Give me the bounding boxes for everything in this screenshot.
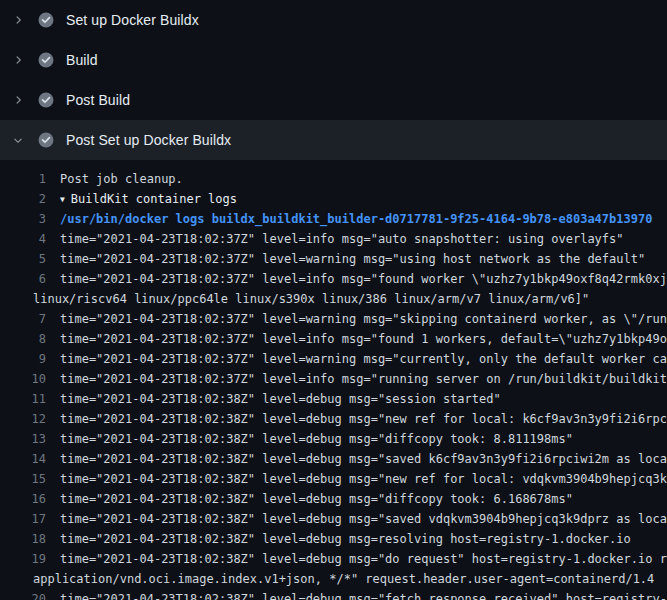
log-line[interactable]: 2 ▼BuildKit container logs	[0, 189, 667, 209]
step-header[interactable]: Post Build	[0, 80, 667, 120]
log-line: 10 time="2021-04-23T18:02:37Z" level=inf…	[0, 369, 667, 389]
log-line: 20 time="2021-04-23T18:02:38Z" level=deb…	[0, 589, 667, 600]
log-line-text: time="2021-04-23T18:02:38Z" level=debug …	[60, 509, 667, 529]
log-line: application/vnd.oci.image.index.v1+json,…	[0, 569, 667, 589]
line-number[interactable]: 11	[0, 389, 46, 409]
line-number[interactable]: 18	[0, 529, 46, 549]
line-number[interactable]: 1	[0, 169, 46, 189]
log-line: 18 time="2021-04-23T18:02:38Z" level=deb…	[0, 529, 667, 549]
log-line: 7 time="2021-04-23T18:02:37Z" level=warn…	[0, 309, 667, 329]
log-line-text: time="2021-04-23T18:02:38Z" level=debug …	[60, 489, 573, 509]
chevron-down-icon	[10, 134, 26, 146]
step-label: Set up Docker Buildx	[66, 12, 199, 28]
line-number[interactable]: 15	[0, 469, 46, 489]
log-line: 5 time="2021-04-23T18:02:37Z" level=warn…	[0, 249, 667, 269]
line-number[interactable]: 3	[0, 209, 46, 229]
step-label: Build	[66, 52, 98, 68]
chevron-right-icon	[10, 94, 26, 106]
log-line: 4 time="2021-04-23T18:02:37Z" level=info…	[0, 229, 667, 249]
log-line: 12 time="2021-04-23T18:02:38Z" level=deb…	[0, 409, 667, 429]
workflow-log-panel: Set up Docker Buildx Build P	[0, 0, 667, 600]
log-line-text: time="2021-04-23T18:02:37Z" level=info m…	[60, 329, 667, 349]
check-circle-icon	[38, 12, 54, 28]
chevron-right-icon	[10, 54, 26, 66]
line-number[interactable]: 13	[0, 429, 46, 449]
group-toggle-icon: ▼	[60, 190, 65, 209]
log-line-text: application/vnd.oci.image.index.v1+json,…	[0, 569, 654, 589]
line-number[interactable]: 9	[0, 349, 46, 369]
log-line-text: time="2021-04-23T18:02:37Z" level=info m…	[60, 369, 667, 389]
line-number[interactable]: 8	[0, 329, 46, 349]
log-line-text: time="2021-04-23T18:02:37Z" level=info m…	[60, 229, 624, 249]
log-line-text: time="2021-04-23T18:02:38Z" level=debug …	[60, 409, 667, 429]
log-line: 19 time="2021-04-23T18:02:38Z" level=deb…	[0, 549, 667, 569]
line-number[interactable]: 4	[0, 229, 46, 249]
check-circle-icon	[38, 132, 54, 148]
log-line-text: time="2021-04-23T18:02:38Z" level=debug …	[60, 429, 573, 449]
log-line: 13 time="2021-04-23T18:02:38Z" level=deb…	[0, 429, 667, 449]
step-label: Post Set up Docker Buildx	[66, 132, 231, 148]
line-number[interactable]: 14	[0, 449, 46, 469]
step-label: Post Build	[66, 92, 130, 108]
line-number[interactable]: 19	[0, 549, 46, 569]
log-line: 15 time="2021-04-23T18:02:38Z" level=deb…	[0, 469, 667, 489]
log-line: 11 time="2021-04-23T18:02:38Z" level=deb…	[0, 389, 667, 409]
log-line-text: time="2021-04-23T18:02:38Z" level=debug …	[60, 449, 667, 469]
log-container: 1 Post job cleanup. 2 ▼BuildKit containe…	[0, 160, 667, 600]
line-number[interactable]: 17	[0, 509, 46, 529]
log-line-text: time="2021-04-23T18:02:38Z" level=debug …	[60, 589, 667, 600]
log-line: 6 time="2021-04-23T18:02:37Z" level=info…	[0, 269, 667, 289]
log-line: 1 Post job cleanup.	[0, 169, 667, 189]
log-line-text: time="2021-04-23T18:02:37Z" level=warnin…	[60, 309, 667, 329]
line-number[interactable]: 10	[0, 369, 46, 389]
log-line-text: time="2021-04-23T18:02:37Z" level=warnin…	[60, 349, 667, 369]
check-circle-icon	[38, 92, 54, 108]
log-line-text: linux/riscv64 linux/ppc64le linux/s390x …	[0, 289, 589, 309]
log-line-text: time="2021-04-23T18:02:37Z" level=warnin…	[60, 249, 645, 269]
log-line-text: time="2021-04-23T18:02:38Z" level=debug …	[60, 529, 631, 549]
log-line-text: time="2021-04-23T18:02:38Z" level=debug …	[60, 469, 667, 489]
log-line-text: ▼BuildKit container logs	[60, 189, 237, 209]
line-number[interactable]: 2	[0, 189, 46, 209]
step-header[interactable]: Post Set up Docker Buildx	[0, 120, 667, 160]
log-line: 3 /usr/bin/docker logs buildx_buildkit_b…	[0, 209, 667, 229]
step-header[interactable]: Build	[0, 40, 667, 80]
line-number[interactable]: 16	[0, 489, 46, 509]
log-line-text: time="2021-04-23T18:02:37Z" level=info m…	[60, 269, 667, 289]
log-line: 17 time="2021-04-23T18:02:38Z" level=deb…	[0, 509, 667, 529]
line-number[interactable]: 5	[0, 249, 46, 269]
log-line: 14 time="2021-04-23T18:02:38Z" level=deb…	[0, 449, 667, 469]
log-line: 9 time="2021-04-23T18:02:37Z" level=warn…	[0, 349, 667, 369]
step-header[interactable]: Set up Docker Buildx	[0, 0, 667, 40]
log-line-text: /usr/bin/docker logs buildx_buildkit_bui…	[60, 209, 652, 229]
line-number[interactable]: 20	[0, 589, 46, 600]
log-line: 16 time="2021-04-23T18:02:38Z" level=deb…	[0, 489, 667, 509]
check-circle-icon	[38, 52, 54, 68]
chevron-right-icon	[10, 14, 26, 26]
log-line-text: time="2021-04-23T18:02:38Z" level=debug …	[60, 549, 667, 569]
log-line-text: time="2021-04-23T18:02:38Z" level=debug …	[60, 389, 501, 409]
log-line-text: Post job cleanup.	[60, 169, 183, 189]
log-line: linux/riscv64 linux/ppc64le linux/s390x …	[0, 289, 667, 309]
line-number[interactable]: 6	[0, 269, 46, 289]
line-number[interactable]: 12	[0, 409, 46, 429]
steps-list: Set up Docker Buildx Build P	[0, 0, 667, 160]
line-number[interactable]: 7	[0, 309, 46, 329]
log-line: 8 time="2021-04-23T18:02:37Z" level=info…	[0, 329, 667, 349]
